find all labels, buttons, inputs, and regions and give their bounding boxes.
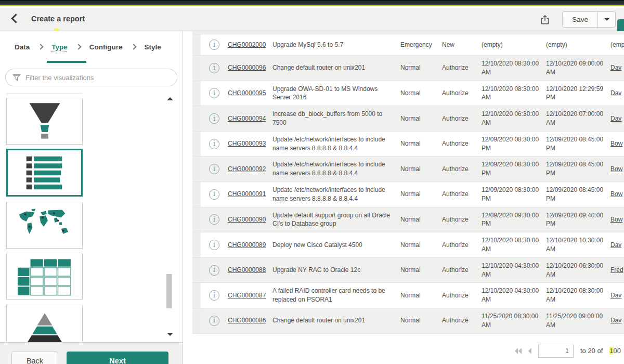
info-icon[interactable]: i — [209, 63, 219, 73]
change-number-cell: CHG0000088 — [228, 262, 272, 278]
row-gutter — [192, 56, 201, 81]
state: Authorize — [442, 186, 482, 202]
info-icon[interactable]: i — [209, 290, 219, 301]
start-date: 12/10/2020 04:30:00AM — [482, 283, 546, 308]
end-date: 12/10/2020 10:30:00AM — [546, 232, 610, 257]
change-number-link[interactable]: CHG0000095 — [228, 89, 266, 97]
info-cell: i — [201, 135, 228, 153]
viz-type-world-map[interactable] — [6, 202, 83, 249]
change-number-link[interactable]: CHG0000090 — [228, 216, 266, 223]
info-icon[interactable]: i — [209, 265, 219, 276]
change-number-link[interactable]: CHG0000086 — [228, 317, 266, 324]
assigned-to-link[interactable]: Dav — [610, 292, 621, 299]
row-gutter — [192, 258, 201, 283]
assigned-to-link[interactable]: Bow — [610, 216, 622, 223]
info-icon[interactable]: i — [209, 240, 219, 250]
state: New — [442, 37, 482, 53]
first-page-icon[interactable] — [515, 348, 522, 354]
step-data[interactable]: Data — [15, 43, 30, 51]
assigned-to-link[interactable]: Bow — [610, 140, 622, 147]
info-icon[interactable]: i — [209, 88, 219, 98]
table-row: iCHG0000089Deploy new Cisco Catalyst 450… — [192, 232, 624, 258]
change-number-link[interactable]: CHG0000089 — [228, 241, 266, 249]
assigned-to-link[interactable]: Dav — [610, 64, 621, 71]
assigned-to-cell: Dav — [610, 237, 624, 253]
change-number-link[interactable]: CHG0000091 — [228, 190, 266, 198]
info-icon[interactable]: i — [209, 40, 219, 50]
info-icon[interactable]: i — [209, 139, 219, 149]
assigned-to-link[interactable]: Bow — [610, 190, 622, 198]
assigned-to-cell: (empty) — [610, 37, 624, 53]
state: Authorize — [442, 262, 482, 278]
assigned-to-link[interactable]: Dav — [610, 115, 621, 122]
change-number-cell: CHG0000087 — [228, 288, 272, 304]
short-description: Update default support group on all Orac… — [272, 207, 400, 232]
scroll-down-icon[interactable] — [167, 333, 173, 336]
info-icon[interactable]: i — [209, 189, 219, 200]
change-number-link[interactable]: CHG0000094 — [228, 115, 266, 122]
scroll-up-icon[interactable] — [167, 97, 173, 100]
start-date: (empty) — [482, 37, 546, 53]
scrollbar-thumb[interactable] — [166, 274, 172, 308]
end-date: 12/10/2020 07:00:00AM — [546, 106, 610, 131]
change-number-link[interactable]: CHG0000096 — [228, 64, 266, 71]
assigned-to-link[interactable]: Dav — [610, 241, 621, 249]
short-description: Change default router on unix201 — [272, 313, 400, 329]
step-style[interactable]: Style — [145, 43, 161, 51]
viz-type-heatmap[interactable] — [6, 253, 83, 300]
short-description: A failed RAID controller card needs to b… — [272, 283, 400, 308]
info-icon[interactable]: i — [209, 164, 219, 174]
step-type[interactable]: Type — [51, 43, 68, 51]
start-date: 12/09/2020 08:30:00PM — [482, 132, 546, 157]
chevron-right-icon — [38, 44, 44, 49]
row-gutter — [192, 232, 201, 257]
viz-type-list[interactable] — [6, 149, 83, 197]
change-number-link[interactable]: CHG0000092 — [228, 165, 266, 173]
report-type-panel: Data Type Configure Style — [0, 31, 183, 364]
step-configure[interactable]: Configure — [89, 43, 123, 51]
assigned-to-link[interactable]: Fred — [610, 266, 623, 274]
priority: Normal — [400, 313, 442, 329]
info-icon[interactable]: i — [209, 214, 219, 225]
change-number-link[interactable]: CHG0000093 — [228, 140, 266, 147]
assigned-to-link[interactable]: Dav — [610, 89, 621, 97]
row-gutter — [192, 283, 201, 308]
assigned-to-link[interactable]: Bow — [610, 165, 622, 173]
short-description: Update /etc/network/interfaces to includ… — [272, 157, 400, 181]
info-cell: i — [201, 84, 228, 102]
start-date: 12/10/2020 08:30:00AM — [482, 232, 546, 257]
end-date: 12/10/2020 09:00:00AM — [546, 56, 610, 81]
info-icon[interactable]: i — [209, 316, 219, 326]
change-number-cell: CHG0000096 — [228, 60, 272, 76]
pagination-range-label: to 20 of — [580, 347, 603, 355]
start-date: 12/10/2020 08:30:00AM — [482, 56, 546, 81]
pagination: to 20 of 100 — [515, 344, 621, 358]
table-row: iCHG0000092Update /etc/network/interface… — [192, 157, 624, 182]
page-number-input[interactable] — [538, 344, 574, 358]
change-number-cell: CHG0000095 — [228, 85, 272, 101]
back-arrow-icon[interactable] — [11, 14, 20, 23]
viz-type-funnel[interactable] — [6, 98, 83, 145]
change-number-link[interactable]: CHG0000087 — [228, 292, 266, 299]
funnel-chart-icon — [16, 100, 73, 142]
save-button[interactable]: Save — [563, 12, 597, 27]
end-date: 12/10/2020 08:30:00AM — [546, 283, 610, 308]
filter-input[interactable] — [25, 74, 170, 82]
assigned-to-link[interactable]: Dav — [610, 317, 621, 324]
viz-list-scrollbar[interactable] — [165, 96, 174, 337]
table-row: iCHG0000094Increase db_block_buffers fro… — [192, 106, 624, 132]
previous-page-icon[interactable] — [528, 348, 531, 354]
change-number-link[interactable]: CHG0002000 — [228, 41, 266, 48]
change-number-link[interactable]: CHG0000088 — [228, 266, 266, 274]
row-gutter — [192, 182, 201, 207]
priority: Normal — [400, 136, 442, 152]
heatmap-icon — [16, 256, 74, 296]
state: Authorize — [442, 237, 482, 253]
assigned-to-cell: Bow — [610, 212, 624, 228]
share-icon[interactable] — [539, 14, 551, 25]
info-icon[interactable]: i — [209, 113, 219, 124]
next-button[interactable]: Next — [67, 352, 168, 364]
save-dropdown-button[interactable] — [597, 12, 615, 27]
back-button[interactable]: Back — [11, 352, 58, 364]
end-date: 12/10/2020 12:29:59PM — [546, 81, 610, 106]
